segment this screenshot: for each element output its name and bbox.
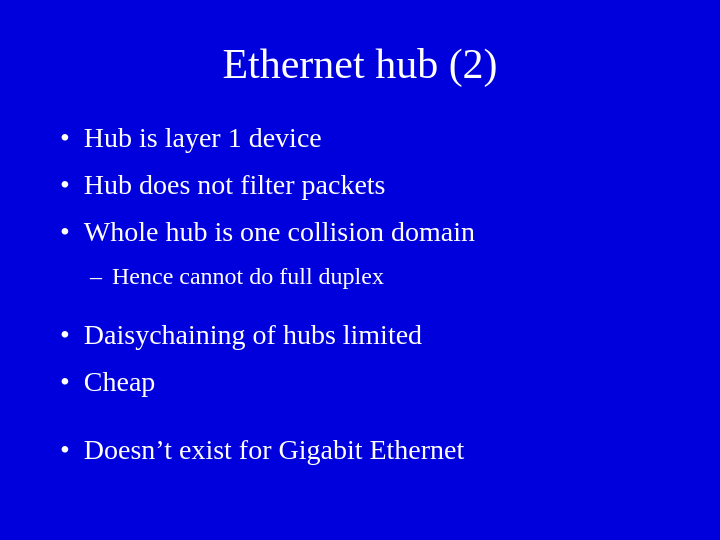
bullet-icon: • (60, 165, 70, 204)
sub-list-item: – Hence cannot do full duplex (90, 260, 660, 294)
list-item: • Daisychaining of hubs limited (60, 315, 660, 354)
spacer (60, 303, 660, 311)
bullet-icon: • (60, 212, 70, 251)
bullet-text: Doesn’t exist for Gigabit Ethernet (84, 430, 465, 469)
list-item: • Whole hub is one collision domain (60, 212, 660, 251)
list-item: • Doesn’t exist for Gigabit Ethernet (60, 430, 660, 469)
bullet-icon: • (60, 118, 70, 157)
spacer (60, 410, 660, 426)
content-area: • Hub is layer 1 device • Hub does not f… (60, 118, 660, 473)
list-item: • Hub does not filter packets (60, 165, 660, 204)
slide-title: Ethernet hub (2) (60, 40, 660, 88)
bullet-text: Cheap (84, 362, 156, 401)
bullet-text: Whole hub is one collision domain (84, 212, 475, 251)
bullet-text: Daisychaining of hubs limited (84, 315, 422, 354)
list-item: • Cheap (60, 362, 660, 401)
list-item: • Hub is layer 1 device (60, 118, 660, 157)
slide: Ethernet hub (2) • Hub is layer 1 device… (0, 0, 720, 540)
bullet-text: Hub does not filter packets (84, 165, 386, 204)
bullet-text: Hub is layer 1 device (84, 118, 322, 157)
dash-icon: – (90, 260, 102, 294)
bullet-icon: • (60, 362, 70, 401)
bullet-icon: • (60, 430, 70, 469)
sub-text: Hence cannot do full duplex (112, 260, 384, 294)
bullet-icon: • (60, 315, 70, 354)
